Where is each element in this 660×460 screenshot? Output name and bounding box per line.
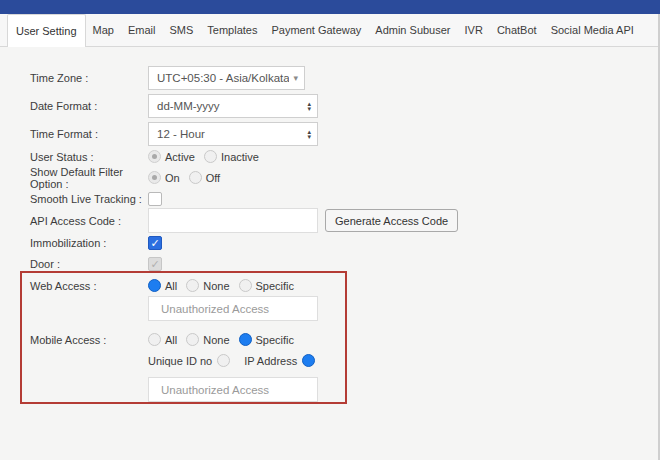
web-access-option-none[interactable]: None bbox=[186, 279, 229, 292]
mobile-access-option-unique-id[interactable]: Unique ID no bbox=[148, 354, 230, 367]
time-zone-label: Time Zone : bbox=[30, 72, 148, 84]
radio-mobile-all[interactable] bbox=[148, 333, 161, 346]
mobile-access-unauthorized-input[interactable] bbox=[148, 377, 318, 402]
time-format-select[interactable]: 12 - Hour bbox=[148, 122, 318, 146]
radio-inactive[interactable] bbox=[204, 150, 217, 163]
tab-email[interactable]: Email bbox=[121, 14, 163, 46]
radio-mobile-specific[interactable] bbox=[239, 333, 252, 346]
time-zone-select[interactable]: UTC+05:30 - Asia/Kolkata ▾ bbox=[148, 66, 305, 90]
date-format-label: Date Format : bbox=[30, 100, 148, 112]
radio-active-label: Active bbox=[165, 151, 195, 163]
radio-active[interactable] bbox=[148, 150, 161, 163]
date-format-select[interactable]: dd-MM-yyyy bbox=[148, 94, 318, 118]
radio-web-all-label: All bbox=[165, 280, 177, 292]
immobilization-label: Immobilization : bbox=[30, 237, 148, 249]
top-title-bar bbox=[0, 0, 660, 14]
show-default-filter-row: Show Default Filter Option : On Off bbox=[30, 170, 229, 185]
radio-mobile-none[interactable] bbox=[186, 333, 199, 346]
smooth-live-tracking-row: Smooth Live Tracking : bbox=[30, 191, 162, 206]
time-format-value: 12 - Hour bbox=[157, 128, 303, 140]
radio-ip-address[interactable] bbox=[302, 354, 315, 367]
settings-tab-bar: User Setting Map Email SMS Templates Pay… bbox=[0, 14, 660, 47]
settings-page: User Setting Map Email SMS Templates Pay… bbox=[0, 0, 660, 460]
api-access-code-input[interactable] bbox=[148, 208, 318, 233]
web-access-label: Web Access : bbox=[30, 280, 148, 292]
radio-ip-address-label: IP Address bbox=[244, 355, 297, 367]
smooth-live-tracking-label: Smooth Live Tracking : bbox=[30, 193, 148, 205]
tab-ivr[interactable]: IVR bbox=[458, 14, 490, 46]
select-arrows-icon bbox=[307, 129, 311, 139]
radio-web-none[interactable] bbox=[186, 279, 199, 292]
time-zone-row: Time Zone : UTC+05:30 - Asia/Kolkata ▾ bbox=[30, 66, 305, 90]
door-row: Door : bbox=[30, 256, 162, 271]
radio-web-all[interactable] bbox=[148, 279, 161, 292]
radio-off-label: Off bbox=[206, 172, 220, 184]
show-default-filter-option-on[interactable]: On bbox=[148, 171, 180, 184]
time-format-row: Time Format : 12 - Hour bbox=[30, 122, 318, 146]
radio-web-specific[interactable] bbox=[239, 279, 252, 292]
tab-sms[interactable]: SMS bbox=[162, 14, 200, 46]
smooth-live-tracking-checkbox[interactable] bbox=[148, 192, 162, 206]
tab-admin-subuser[interactable]: Admin Subuser bbox=[368, 14, 457, 46]
door-checkbox bbox=[148, 257, 162, 271]
mobile-access-row: Mobile Access : All None Specific bbox=[30, 332, 303, 347]
date-format-value: dd-MM-yyyy bbox=[157, 100, 303, 112]
generate-access-code-button[interactable]: Generate Access Code bbox=[325, 209, 458, 232]
radio-web-specific-label: Specific bbox=[256, 280, 295, 292]
radio-mobile-all-label: All bbox=[165, 334, 177, 346]
mobile-access-option-ip-address[interactable]: IP Address bbox=[244, 354, 315, 367]
select-arrows-icon bbox=[307, 101, 311, 111]
tab-payment-gateway[interactable]: Payment Gateway bbox=[264, 14, 368, 46]
mobile-access-option-all[interactable]: All bbox=[148, 333, 177, 346]
user-status-option-active[interactable]: Active bbox=[148, 150, 195, 163]
mobile-access-option-none[interactable]: None bbox=[186, 333, 229, 346]
tab-social-media-api[interactable]: Social Media API bbox=[544, 14, 641, 46]
mobile-access-sub-options-row: Unique ID no IP Address bbox=[148, 353, 324, 368]
radio-off[interactable] bbox=[189, 171, 202, 184]
immobilization-checkbox[interactable] bbox=[148, 236, 162, 250]
radio-mobile-none-label: None bbox=[203, 334, 229, 346]
time-format-label: Time Format : bbox=[30, 128, 148, 140]
mobile-access-label: Mobile Access : bbox=[30, 334, 148, 346]
user-status-option-inactive[interactable]: Inactive bbox=[204, 150, 259, 163]
tab-user-setting[interactable]: User Setting bbox=[7, 14, 86, 47]
tab-map[interactable]: Map bbox=[86, 14, 121, 46]
web-access-row: Web Access : All None Specific bbox=[30, 278, 303, 293]
web-access-unauthorized-input[interactable] bbox=[148, 296, 318, 321]
date-format-row: Date Format : dd-MM-yyyy bbox=[30, 94, 318, 118]
show-default-filter-option-off[interactable]: Off bbox=[189, 171, 220, 184]
radio-inactive-label: Inactive bbox=[221, 151, 259, 163]
immobilization-row: Immobilization : bbox=[30, 235, 162, 250]
user-status-row: User Status : Active Inactive bbox=[30, 149, 268, 164]
time-zone-value: UTC+05:30 - Asia/Kolkata bbox=[157, 72, 289, 84]
radio-unique-id-label: Unique ID no bbox=[148, 355, 212, 367]
radio-on-label: On bbox=[165, 172, 180, 184]
radio-web-none-label: None bbox=[203, 280, 229, 292]
api-access-code-label: API Access Code : bbox=[30, 215, 148, 227]
radio-unique-id[interactable] bbox=[217, 354, 230, 367]
tab-chatbot[interactable]: ChatBot bbox=[490, 14, 544, 46]
show-default-filter-label: Show Default Filter Option : bbox=[30, 166, 148, 190]
chevron-down-icon: ▾ bbox=[293, 73, 298, 83]
door-label: Door : bbox=[30, 258, 148, 270]
tab-templates[interactable]: Templates bbox=[200, 14, 264, 46]
api-access-code-row: API Access Code : bbox=[30, 209, 318, 232]
web-access-option-specific[interactable]: Specific bbox=[239, 279, 295, 292]
mobile-access-option-specific[interactable]: Specific bbox=[239, 333, 295, 346]
web-access-option-all[interactable]: All bbox=[148, 279, 177, 292]
radio-on[interactable] bbox=[148, 171, 161, 184]
radio-mobile-specific-label: Specific bbox=[256, 334, 295, 346]
user-status-label: User Status : bbox=[30, 151, 148, 163]
